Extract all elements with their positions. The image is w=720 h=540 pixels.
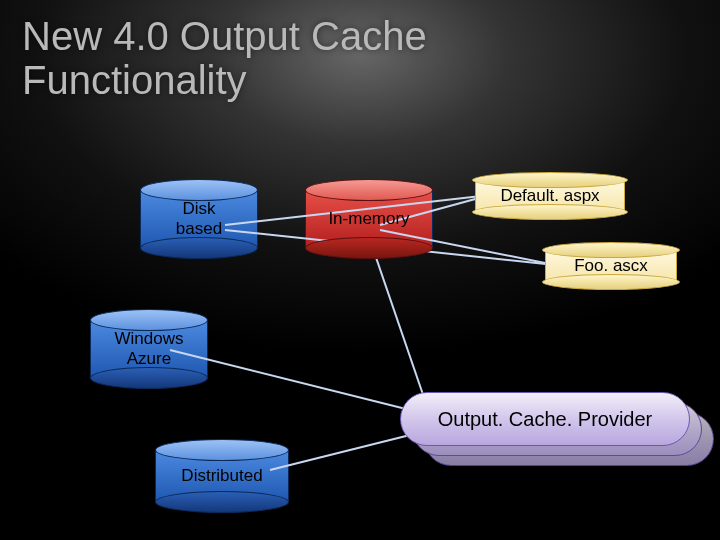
cylinder-disk-based: Diskbased — [140, 190, 258, 248]
scroll-label: Default. aspx — [500, 186, 599, 206]
cylinder-windows-azure: WindowsAzure — [90, 320, 208, 378]
cylinder-label: WindowsAzure — [115, 329, 184, 368]
page-title: New 4.0 Output Cache Functionality — [22, 14, 427, 102]
cylinder-label: In-memory — [328, 209, 409, 229]
scroll-default-aspx: Default. aspx — [475, 178, 625, 214]
output-cache-provider-stack: Output. Cache. Provider — [400, 392, 690, 446]
scroll-foo-ascx: Foo. ascx — [545, 248, 677, 284]
svg-line-5 — [370, 240, 430, 415]
provider-label: Output. Cache. Provider — [438, 408, 653, 431]
provider-pill-front: Output. Cache. Provider — [400, 392, 690, 446]
cylinder-label: Diskbased — [176, 199, 222, 238]
title-line-1: New 4.0 Output Cache — [22, 14, 427, 58]
scroll-label: Foo. ascx — [574, 256, 648, 276]
svg-line-4 — [170, 350, 430, 415]
cylinder-in-memory: In-memory — [305, 190, 433, 248]
cylinder-distributed: Distributed — [155, 450, 289, 502]
title-line-2: Functionality — [22, 58, 247, 102]
cylinder-label: Distributed — [181, 466, 262, 486]
